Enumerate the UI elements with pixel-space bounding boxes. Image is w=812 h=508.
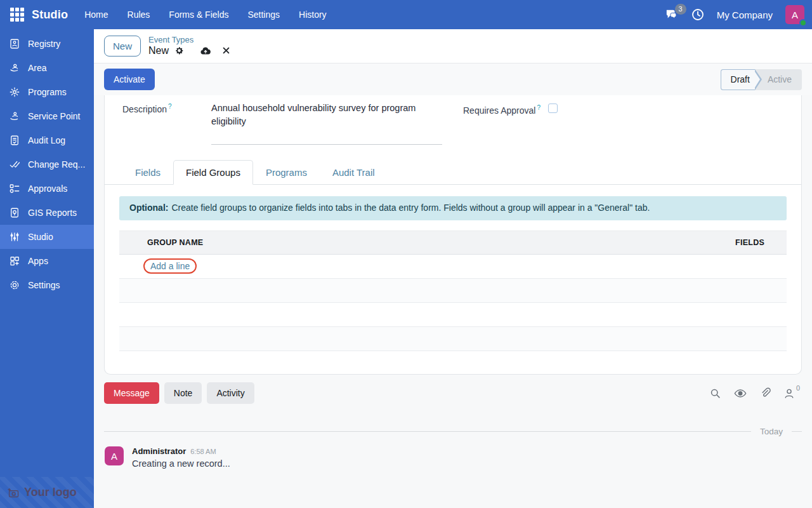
- field-groups-table: GROUP NAME FIELDS Add a line: [119, 231, 787, 351]
- description-field[interactable]: Annual household vulnerability survey fo…: [211, 102, 442, 145]
- search-messages-icon[interactable]: [710, 388, 721, 399]
- sidebar-item-change-requests[interactable]: Change Req...: [0, 152, 94, 177]
- sidebar: Registry Area Programs Service Point Aud…: [0, 29, 94, 508]
- stage-label: Active: [768, 74, 792, 84]
- form-sheet: Description? Annual household vulnerabil…: [104, 95, 802, 375]
- gis-reports-icon: [9, 207, 20, 218]
- sidebar-item-label: Change Req...: [28, 159, 85, 170]
- sliders-icon: [9, 231, 20, 243]
- tab-fields[interactable]: Fields: [122, 160, 173, 185]
- menu-home[interactable]: Home: [84, 10, 108, 20]
- table-row-empty: [119, 327, 787, 351]
- menu-history[interactable]: History: [299, 10, 327, 20]
- online-status-dot: [799, 19, 807, 27]
- eye-icon[interactable]: [734, 389, 747, 398]
- message-text: Creating a new record...: [132, 458, 230, 469]
- gear-icon: [9, 279, 20, 291]
- menu-rules[interactable]: Rules: [128, 10, 150, 20]
- programs-icon: [9, 86, 20, 98]
- notebook-tabs: Fields Field Groups Programs Audit Trail: [105, 160, 801, 185]
- activities-clock-icon[interactable]: [691, 8, 704, 21]
- stage-label: Draft: [731, 74, 750, 84]
- audit-log-icon: [9, 135, 20, 146]
- record-settings-gear-icon[interactable]: [174, 46, 184, 55]
- message-button[interactable]: Message: [104, 382, 159, 404]
- sidebar-item-service-point[interactable]: Service Point: [0, 104, 94, 128]
- column-fields: FIELDS: [735, 238, 787, 247]
- sidebar-item-gis-reports[interactable]: GIS Reports: [0, 201, 94, 225]
- sidebar-item-label: Audit Log: [28, 135, 65, 145]
- sidebar-item-label: GIS Reports: [28, 208, 77, 218]
- sidebar-item-label: Settings: [28, 280, 60, 290]
- activate-button[interactable]: Activate: [104, 69, 155, 90]
- sidebar-item-programs[interactable]: Programs: [0, 80, 94, 104]
- sidebar-item-label: Apps: [28, 256, 48, 266]
- service-point-icon: [9, 110, 20, 122]
- banner-text: Create field groups to organize fields i…: [171, 203, 650, 213]
- sidebar-item-studio[interactable]: Studio: [0, 225, 94, 249]
- stage-widget: Draft Active: [721, 69, 802, 90]
- tab-programs[interactable]: Programs: [253, 160, 320, 185]
- breadcrumb: Event Types New: [148, 36, 230, 57]
- sidebar-item-label: Registry: [28, 39, 60, 49]
- area-hand-icon: [9, 62, 20, 74]
- attachment-paperclip-icon[interactable]: [760, 387, 771, 399]
- table-row-empty: [119, 279, 787, 303]
- add-line-row: Add a line: [119, 255, 787, 279]
- top-menu: Home Rules Forms & Fields Settings Histo…: [84, 10, 326, 20]
- sidebar-item-settings[interactable]: Settings: [0, 273, 94, 297]
- message-author[interactable]: Administrator: [132, 446, 186, 456]
- message-avatar[interactable]: A: [105, 446, 124, 465]
- chatter: Message Note Activity 0: [94, 375, 812, 469]
- activity-button[interactable]: Activity: [207, 382, 254, 404]
- requires-approval-checkbox[interactable]: [548, 104, 558, 113]
- help-mark: ?: [537, 104, 540, 111]
- new-button[interactable]: New: [104, 36, 141, 57]
- messages-icon[interactable]: 3: [665, 8, 679, 21]
- table-row-empty: [119, 303, 787, 327]
- apps-grid-icon[interactable]: [10, 8, 24, 22]
- annotation-highlight: Add a line: [143, 258, 197, 274]
- sidebar-item-audit-log[interactable]: Audit Log: [0, 128, 94, 152]
- date-divider: Today: [104, 427, 802, 436]
- note-button[interactable]: Note: [164, 382, 202, 404]
- sidebar-item-approvals[interactable]: Approvals: [0, 177, 94, 201]
- sidebar-item-label: Studio: [28, 232, 53, 242]
- menu-forms-fields[interactable]: Forms & Fields: [169, 10, 228, 20]
- sidebar-item-label: Approvals: [28, 184, 67, 194]
- sidebar-item-label: Area: [28, 63, 47, 73]
- table-header: GROUP NAME FIELDS: [119, 231, 787, 255]
- help-mark: ?: [168, 103, 172, 110]
- breadcrumb-current: New: [148, 45, 169, 57]
- tab-audit-trail[interactable]: Audit Trail: [320, 160, 388, 185]
- camera-icon: [8, 487, 20, 498]
- approvals-icon: [9, 183, 20, 194]
- control-panel: New Event Types New: [94, 29, 812, 64]
- user-avatar[interactable]: A: [785, 5, 804, 24]
- company-name[interactable]: My Company: [717, 10, 773, 20]
- discard-x-icon[interactable]: [222, 46, 230, 55]
- requires-approval-label: Requires Approval?: [463, 103, 540, 116]
- sidebar-item-area[interactable]: Area: [0, 56, 94, 80]
- avatar-letter: A: [792, 10, 798, 20]
- column-group-name: GROUP NAME: [119, 238, 735, 247]
- banner-bold: Optional:: [129, 203, 168, 213]
- app-name[interactable]: Studio: [32, 8, 68, 22]
- add-a-line-link[interactable]: Add a line: [150, 261, 190, 271]
- breadcrumb-parent[interactable]: Event Types: [148, 36, 230, 45]
- date-divider-label: Today: [751, 427, 792, 436]
- sidebar-item-label: Service Point: [28, 111, 80, 121]
- chatter-message: A Administrator 6:58 AM Creating a new r…: [104, 446, 802, 469]
- double-check-icon: [9, 159, 20, 170]
- avatar-letter: A: [111, 451, 117, 462]
- sidebar-item-apps[interactable]: Apps: [0, 249, 94, 273]
- save-cloud-icon[interactable]: [200, 46, 211, 55]
- logo-text: Your logo: [24, 486, 77, 499]
- tab-field-groups[interactable]: Field Groups: [173, 160, 253, 185]
- sidebar-item-registry[interactable]: Registry: [0, 32, 94, 56]
- menu-settings[interactable]: Settings: [247, 10, 280, 20]
- followers-icon[interactable]: 0: [784, 388, 794, 399]
- stage-draft[interactable]: Draft: [721, 69, 755, 90]
- stage-active[interactable]: Active: [755, 69, 802, 90]
- sidebar-logo-placeholder: Your logo: [0, 477, 94, 508]
